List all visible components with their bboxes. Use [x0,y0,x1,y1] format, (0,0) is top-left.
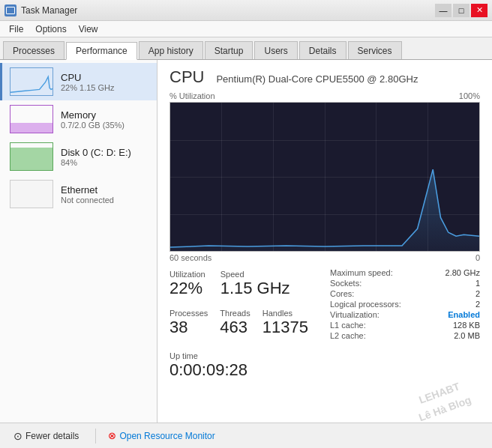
fewer-details-label: Fewer details [26,431,79,441]
maximize-button[interactable]: □ [453,4,470,17]
spec-l2: L2 cache: 2.0 MB [330,331,480,340]
monitor-icon: ⊗ [108,430,116,441]
disk-thumbnail [10,142,53,171]
memory-mini-graph [10,106,52,133]
open-monitor-label: Open Resource Monitor [119,431,214,441]
bottom-bar: ⊙ Fewer details ⊗ Open Resource Monitor [0,423,492,448]
sidebar: CPU 22% 1.15 GHz Memory 0.7/2.0 GB (35%) [0,60,158,423]
stat-uptime: Up time 0:00:09:28 [170,347,315,384]
utilization-stat-label: Utilization [170,270,206,279]
memory-sublabel: 0.7/2.0 GB (35%) [61,121,149,130]
sidebar-item-memory[interactable]: Memory 0.7/2.0 GB (35%) [0,100,157,138]
ethernet-label: Ethernet [61,184,149,196]
spec-max-speed: Maximum speed: 2.80 GHz [330,268,480,277]
tab-processes[interactable]: Processes [3,41,64,59]
spec-virt: Virtualization: Enabled [330,310,480,319]
ethernet-info: Ethernet Not connected [61,184,149,205]
max-speed-key: Maximum speed: [330,268,393,277]
threads-stat-label: Threads [220,309,250,318]
virt-val: Enabled [448,310,480,319]
sidebar-item-disk[interactable]: Disk 0 (C: D: E:) 84% [0,138,157,175]
tab-users[interactable]: Users [254,41,297,59]
utilization-stat-value: 22% [170,279,206,298]
app-icon [4,4,16,16]
spec-logical: Logical processors: 2 [330,300,480,309]
l1-val: 128 KB [453,321,480,330]
fewer-details-icon: ⊙ [14,430,22,442]
sidebar-item-cpu[interactable]: CPU 22% 1.15 GHz [0,63,157,100]
tab-app-history[interactable]: App history [139,41,203,59]
close-button[interactable]: ✕ [471,4,488,17]
specs-panel: Maximum speed: 2.80 GHz Sockets: 1 Cores… [330,268,480,384]
tab-bar: Processes Performance App history Startu… [0,37,492,60]
tab-performance[interactable]: Performance [66,42,137,60]
logical-val: 2 [476,300,480,309]
tab-services[interactable]: Services [348,41,402,59]
memory-thumbnail [10,105,53,133]
handles-stat-label: Handles [262,309,308,318]
utilization-label: % Utilization [170,91,215,100]
tab-details[interactable]: Details [299,41,346,59]
fewer-details-button[interactable]: ⊙ Fewer details [9,427,83,445]
open-resource-monitor-link[interactable]: ⊗ Open Resource Monitor [108,430,214,441]
stat-threads: Threads 463 [220,307,250,342]
window-title: Task Manager [21,5,77,16]
cores-key: Cores: [330,289,354,298]
cpu-label: CPU [61,72,149,83]
title-bar: Task Manager — □ ✕ [0,0,492,21]
graph-labels: % Utilization 100% [170,91,480,100]
stat-handles: Handles 11375 [262,307,308,342]
cpu-mini-svg [10,68,52,95]
window-controls: — □ ✕ [435,4,488,17]
cores-val: 2 [476,289,480,298]
cpu-header: CPU Pentium(R) Dual-Core CPUE5500 @ 2.80… [170,67,480,87]
memory-bar [10,123,52,133]
threads-stat-value: 463 [220,318,250,337]
l1-key: L1 cache: [330,321,366,330]
stats-container: Utilization 22% Speed 1.15 GHz Processes… [170,268,480,384]
minimize-button[interactable]: — [435,4,452,17]
ethernet-sublabel: Not connected [61,196,149,205]
stat-utilization: Utilization 22% [170,268,206,303]
menu-view[interactable]: View [73,22,104,36]
cpu-panel-title: CPU [170,67,204,87]
disk-mini-graph [10,143,52,170]
cpu-graph [170,102,480,252]
disk-sublabel: 84% [61,158,149,167]
svg-marker-0 [170,169,479,251]
spec-cores: Cores: 2 [330,289,480,298]
stat-processes: Processes 38 [170,307,208,342]
l2-key: L2 cache: [330,331,366,340]
cpu-thumbnail [10,67,53,96]
memory-info: Memory 0.7/2.0 GB (35%) [61,109,149,130]
cpu-model: Pentium(R) Dual-Core CPUE5500 @ 2.80GHz [216,73,418,85]
time-start: 60 seconds [170,253,212,262]
memory-label: Memory [61,109,149,121]
sockets-val: 1 [476,279,480,288]
tab-startup[interactable]: Startup [205,41,254,59]
uptime-label: Up time [170,351,315,360]
bottom-separator [95,429,96,444]
disk-bar [10,148,52,170]
cpu-panel: CPU Pentium(R) Dual-Core CPUE5500 @ 2.80… [158,60,492,423]
disk-info: Disk 0 (C: D: E:) 84% [61,147,149,167]
virt-key: Virtualization: [330,310,380,319]
menu-options[interactable]: Options [29,22,72,36]
speed-stat-label: Speed [220,270,290,279]
cpu-info: CPU 22% 1.15 GHz [61,72,149,92]
processes-stat-value: 38 [170,318,208,337]
stats-left: Utilization 22% Speed 1.15 GHz Processes… [170,268,315,384]
utilization-max: 100% [459,91,480,100]
time-end: 0 [476,253,480,262]
disk-label: Disk 0 (C: D: E:) [61,147,149,158]
sidebar-item-ethernet[interactable]: Ethernet Not connected [0,175,157,213]
handles-stat-value: 11375 [262,318,308,337]
graph-time-labels: 60 seconds 0 [170,253,480,262]
sockets-key: Sockets: [330,279,362,288]
cpu-sublabel: 22% 1.15 GHz [61,83,149,92]
menu-bar: File Options View [0,21,492,37]
cpu-mini-graph [10,68,52,95]
ethernet-thumbnail [10,180,53,208]
max-speed-val: 2.80 GHz [446,268,480,277]
menu-file[interactable]: File [3,22,29,36]
